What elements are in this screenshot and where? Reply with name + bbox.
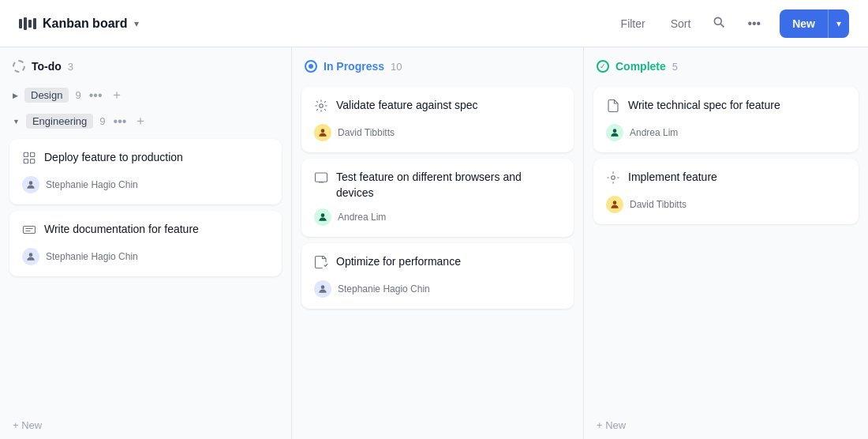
- svg-point-6: [29, 181, 33, 185]
- new-button-group: New ▾: [780, 9, 849, 38]
- sort-button[interactable]: Sort: [664, 14, 698, 33]
- card-title-row-implement: Implement feature: [606, 170, 846, 188]
- column-complete: ✓ Complete 5 Write technical spec for fe…: [584, 47, 868, 439]
- card-deploy[interactable]: Deploy feature to production Stephanie H…: [9, 139, 282, 204]
- col-title-inprogress: In Progress: [324, 60, 384, 73]
- column-todo: To-do 3 ▶ Design 9 ••• ＋ ▼ Engineering 9…: [0, 47, 292, 439]
- card-title-docs: Write documentation for feature: [44, 222, 199, 238]
- group-more-engineering[interactable]: •••: [114, 114, 127, 129]
- filter-button[interactable]: Filter: [615, 14, 652, 33]
- card-icon-deploy: [22, 151, 36, 168]
- card-icon-spec: [606, 99, 620, 116]
- svg-rect-4: [24, 159, 28, 163]
- group-row-engineering[interactable]: ▼ Engineering 9 ••• ＋: [0, 108, 291, 134]
- inprogress-inner: [309, 64, 313, 69]
- group-label-engineering: Engineering: [26, 114, 93, 129]
- card-assignee-deploy: Stephanie Hagio Chin: [22, 176, 269, 193]
- card-title-spec: Write technical spec for feature: [628, 98, 780, 114]
- svg-point-9: [320, 104, 324, 108]
- svg-point-13: [321, 286, 325, 290]
- group-toggle-design[interactable]: ▶: [13, 92, 18, 99]
- assignee-name-docs: Stephanie Hagio Chin: [46, 251, 138, 262]
- card-assignee-validate: David Tibbitts: [314, 124, 561, 141]
- add-new-complete-label: + New: [597, 419, 626, 431]
- cards-complete: Write technical spec for feature Andrea …: [584, 82, 868, 411]
- group-more-design[interactable]: •••: [89, 88, 103, 103]
- card-title-row: Deploy feature to production: [22, 150, 269, 168]
- column-inprogress: In Progress 10 Validate feature against …: [292, 47, 584, 439]
- svg-point-10: [321, 129, 325, 133]
- card-title-deploy: Deploy feature to production: [44, 150, 183, 166]
- add-new-complete[interactable]: + New: [584, 411, 868, 439]
- svg-point-8: [29, 253, 33, 257]
- new-main-button[interactable]: New: [780, 9, 828, 38]
- cards-todo: Deploy feature to production Stephanie H…: [0, 134, 291, 411]
- avatar-stephanie3: [314, 280, 331, 298]
- svg-point-15: [612, 176, 615, 180]
- card-title-row-optimize: Optimize for performance: [314, 254, 561, 272]
- assignee-name-spec: Andrea Lim: [630, 127, 678, 138]
- card-title-implement: Implement feature: [628, 170, 717, 186]
- header: Kanban board ▾ Filter Sort ••• New ▾: [0, 0, 868, 47]
- group-count-design: 9: [75, 89, 80, 101]
- avatar-david2: [606, 196, 623, 213]
- board-title: Kanban board: [43, 17, 128, 31]
- card-icon-test: [314, 171, 328, 188]
- group-toggle-engineering[interactable]: ▼: [13, 118, 20, 126]
- card-icon-implement: [606, 171, 620, 188]
- svg-rect-2: [24, 152, 28, 156]
- card-implement[interactable]: Implement feature David Tibbitts: [593, 159, 859, 224]
- group-count-engineering: 9: [99, 115, 105, 127]
- svg-point-12: [321, 214, 325, 218]
- avatar-stephanie2: [22, 248, 39, 265]
- card-title-validate: Validate feature against spec: [336, 98, 478, 114]
- complete-status-icon: ✓: [597, 60, 609, 73]
- cards-inprogress: Validate feature against spec David Tibb…: [292, 82, 583, 439]
- group-row-design[interactable]: ▶ Design 9 ••• ＋: [0, 82, 291, 108]
- assignee-name-test: Andrea Lim: [338, 212, 386, 223]
- col-title-complete: Complete: [615, 60, 666, 73]
- svg-point-0: [715, 17, 722, 24]
- search-button[interactable]: [709, 13, 728, 35]
- card-title-row-docs: Write documentation for feature: [22, 222, 269, 240]
- card-test[interactable]: Test feature on different browsers and d…: [301, 159, 574, 237]
- avatar-stephanie1: [22, 176, 39, 193]
- card-optimize[interactable]: Optimize for performance Stephanie Hagio…: [301, 243, 574, 309]
- card-spec[interactable]: Write technical spec for feature Andrea …: [593, 87, 859, 152]
- col-count-complete: 5: [672, 61, 678, 73]
- column-header-todo: To-do 3: [0, 47, 291, 82]
- group-add-engineering[interactable]: ＋: [134, 113, 147, 129]
- kanban-board-icon: [19, 17, 36, 30]
- add-new-todo[interactable]: + New: [0, 411, 291, 439]
- svg-line-1: [721, 24, 724, 27]
- inprogress-status-icon: [305, 60, 317, 73]
- col-count-todo: 3: [68, 61, 73, 73]
- card-title-row-validate: Validate feature against spec: [314, 98, 561, 116]
- svg-rect-5: [31, 159, 35, 163]
- col-title-todo: To-do: [32, 60, 62, 73]
- avatar-david1: [314, 124, 331, 141]
- group-label-design: Design: [24, 88, 69, 103]
- assignee-name-optimize: Stephanie Hagio Chin: [338, 283, 430, 295]
- card-title-test: Test feature on different browsers and d…: [336, 170, 561, 201]
- card-assignee-implement: David Tibbitts: [606, 196, 846, 213]
- card-title-row-spec: Write technical spec for feature: [606, 98, 846, 116]
- card-docs[interactable]: Write documentation for feature Stephani…: [9, 211, 282, 276]
- group-add-design[interactable]: ＋: [110, 87, 123, 103]
- card-validate[interactable]: Validate feature against spec David Tibb…: [301, 87, 574, 152]
- card-icon-optimize: [314, 255, 328, 272]
- svg-rect-3: [31, 152, 35, 156]
- more-options-button[interactable]: •••: [741, 13, 767, 34]
- card-assignee-optimize: Stephanie Hagio Chin: [314, 280, 561, 298]
- column-header-inprogress: In Progress 10: [292, 47, 583, 82]
- svg-rect-11: [316, 173, 327, 182]
- board-title-chevron[interactable]: ▾: [134, 18, 139, 29]
- svg-point-16: [613, 201, 617, 204]
- new-dropdown-button[interactable]: ▾: [828, 9, 849, 38]
- add-new-todo-label: + New: [13, 419, 42, 431]
- assignee-name-implement: David Tibbitts: [630, 199, 687, 210]
- card-icon-validate: [314, 99, 328, 116]
- svg-rect-7: [24, 227, 36, 234]
- todo-status-icon: [13, 60, 25, 73]
- assignee-name-validate: David Tibbitts: [338, 127, 395, 138]
